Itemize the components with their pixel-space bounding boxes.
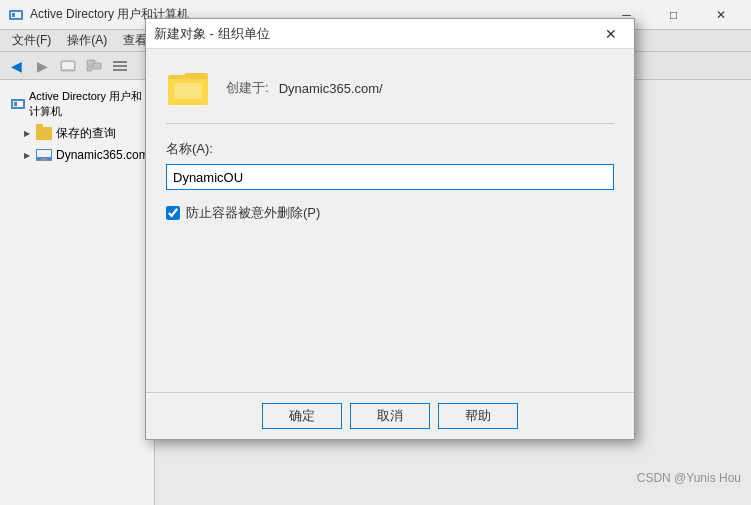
modal-folder-icon: [166, 69, 210, 107]
modal-titlebar: 新建对象 - 组织单位 ✕: [146, 19, 634, 49]
ok-button[interactable]: 确定: [262, 403, 342, 429]
modal-overlay: 新建对象 - 组织单位 ✕ 创建于: Dynamic365.com/: [0, 0, 751, 505]
create-in-info: 创建于: Dynamic365.com/: [226, 79, 383, 97]
create-in-label-text: 创建于:: [226, 79, 269, 97]
name-input[interactable]: [166, 164, 614, 190]
name-form-group: 名称(A):: [166, 140, 614, 190]
modal-body: 创建于: Dynamic365.com/ 名称(A): 防止容器被意外删除(P): [146, 49, 634, 232]
help-button[interactable]: 帮助: [438, 403, 518, 429]
modal-header-section: 创建于: Dynamic365.com/: [166, 69, 614, 124]
modal-dialog: 新建对象 - 组织单位 ✕ 创建于: Dynamic365.com/: [145, 18, 635, 440]
prevent-delete-label[interactable]: 防止容器被意外删除(P): [186, 204, 320, 222]
create-in-value-text: Dynamic365.com/: [279, 81, 383, 96]
prevent-delete-checkbox[interactable]: [166, 206, 180, 220]
svg-rect-18: [174, 83, 202, 99]
modal-title: 新建对象 - 组织单位: [154, 25, 596, 43]
name-label: 名称(A):: [166, 140, 614, 158]
modal-footer: 确定 取消 帮助: [146, 392, 634, 439]
cancel-button[interactable]: 取消: [350, 403, 430, 429]
modal-close-button[interactable]: ✕: [596, 20, 626, 48]
checkbox-group: 防止容器被意外删除(P): [166, 204, 614, 222]
